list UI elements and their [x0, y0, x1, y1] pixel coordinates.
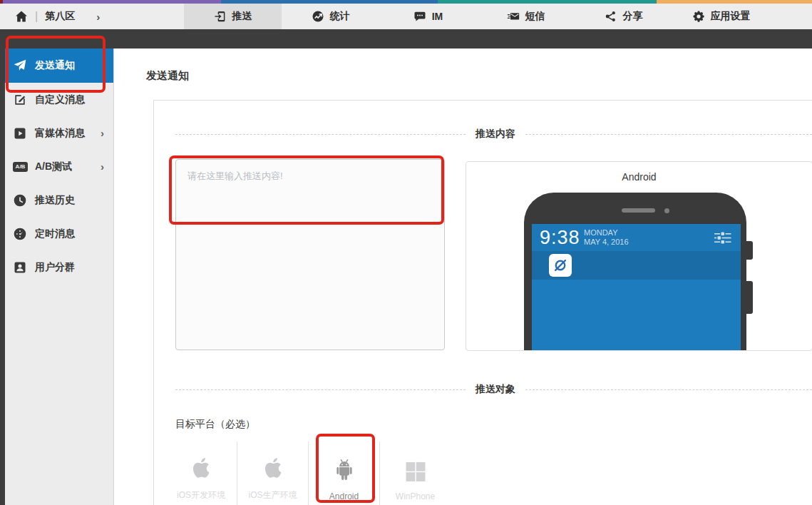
- nav-divider: |: [35, 10, 38, 23]
- divider-line: [175, 389, 466, 390]
- tab-label: 推送: [232, 10, 252, 23]
- history-icon: [13, 193, 27, 208]
- sidebar-item-label: 用户分群: [35, 261, 75, 274]
- sms-icon: [507, 10, 520, 23]
- push-icon: [214, 10, 227, 23]
- section-title: 推送内容: [476, 128, 515, 141]
- tab-sms[interactable]: 短信: [477, 4, 575, 29]
- clock-time: 9:38: [540, 227, 580, 249]
- platform-ios-prod[interactable]: iOS生产环境: [237, 442, 308, 505]
- left-edge-strip: [0, 29, 5, 505]
- clock-weekday: MONDAY: [584, 228, 617, 237]
- apple-icon: [261, 455, 285, 481]
- main-content: 发送通知 推送内容 Android 9:38: [115, 49, 812, 505]
- divider-line: [175, 134, 466, 135]
- app-selector[interactable]: | 第八区 ›: [0, 4, 184, 29]
- sidebar-item-label: 定时消息: [35, 228, 75, 240]
- nav-tabs: 推送 统计 IM 短信: [184, 4, 770, 29]
- tab-app-settings[interactable]: 应用设置: [672, 4, 770, 29]
- tab-share[interactable]: 分享: [575, 4, 672, 29]
- platform-selector: iOS开发环境 iOS生产环境 Android WinPhone: [165, 442, 451, 505]
- clock-date: MONDAY MAY 4, 2016: [584, 228, 629, 247]
- platform-label: iOS开发环境: [177, 489, 225, 501]
- stats-icon: [312, 10, 324, 23]
- page-title: 发送通知: [146, 69, 189, 83]
- notification-row: [532, 251, 741, 280]
- send-icon: [13, 58, 27, 73]
- edit-icon: [13, 93, 27, 107]
- windows-icon: [404, 459, 428, 483]
- platform-android[interactable]: Android: [308, 442, 379, 505]
- phone-screen: 9:38 MONDAY MAY 4, 2016: [532, 224, 741, 351]
- section-title: 推送对象: [476, 383, 515, 396]
- tab-im[interactable]: IM: [379, 4, 477, 29]
- sidebar-item-label: 自定义消息: [35, 93, 85, 106]
- home-icon[interactable]: [14, 9, 29, 24]
- chevron-right-icon: ›: [101, 127, 104, 139]
- section-divider-push-content: 推送内容: [175, 128, 812, 141]
- sliders-icon: [714, 232, 731, 247]
- sidebar-item-send-notification[interactable]: 发送通知: [5, 49, 113, 83]
- target-platform-label: 目标平台（必选）: [175, 418, 255, 431]
- platform-label: iOS生产环境: [248, 489, 297, 501]
- gear-icon: [692, 10, 705, 23]
- push-content-input[interactable]: [175, 159, 445, 350]
- tab-label: 统计: [330, 10, 350, 23]
- top-navbar: | 第八区 › 推送 统计 IM: [0, 4, 812, 29]
- phone-speaker: [622, 208, 655, 213]
- im-icon: [413, 10, 426, 23]
- sidebar-item-label: 富媒体消息: [35, 127, 85, 140]
- platform-ios-dev[interactable]: iOS开发环境: [165, 442, 237, 505]
- sidebar-item-label: 发送通知: [35, 59, 75, 72]
- android-preview-panel: Android 9:38 MONDAY MAY 4, 2016: [466, 161, 812, 351]
- rich-media-icon: [13, 126, 27, 141]
- phone-side-button: [746, 241, 753, 260]
- timer-icon: [13, 227, 27, 241]
- chevron-right-icon[interactable]: ›: [96, 11, 100, 22]
- sidebar-item-label: 推送历史: [35, 194, 75, 207]
- chevron-right-icon: ›: [101, 160, 104, 173]
- apple-icon: [189, 455, 213, 481]
- tab-label: IM: [432, 11, 443, 22]
- phone-statusbar: 9:38 MONDAY MAY 4, 2016: [532, 224, 741, 251]
- section-divider-push-target: 推送对象: [175, 383, 812, 396]
- android-icon: [333, 457, 356, 483]
- jpush-console: | 第八区 › 推送 统计 IM: [0, 0, 812, 505]
- tab-label: 分享: [623, 10, 643, 23]
- preview-device-label: Android: [466, 171, 812, 183]
- sidebar-item-user-segments[interactable]: 用户分群: [5, 250, 113, 284]
- divider-line: [525, 389, 812, 390]
- tab-label: 短信: [525, 10, 545, 23]
- sidebar-item-custom-message[interactable]: 自定义消息: [5, 83, 113, 116]
- share-icon: [605, 10, 617, 23]
- sidebar: 发送通知 自定义消息 富媒体消息 › A/B A/B测试 › 推送历史 定时消息…: [5, 49, 114, 505]
- divider-line: [525, 134, 812, 135]
- ab-test-icon: A/B: [13, 162, 28, 172]
- push-form-card: 推送内容 Android 9:38 MONDAY: [153, 100, 812, 505]
- phone-side-button: [746, 281, 753, 314]
- tab-stats[interactable]: 统计: [282, 4, 379, 29]
- phone-mockup: 9:38 MONDAY MAY 4, 2016: [524, 193, 746, 351]
- sidebar-item-rich-media[interactable]: 富媒体消息 ›: [5, 116, 113, 150]
- jpush-logo-icon: [553, 257, 568, 273]
- sidebar-item-label: A/B测试: [35, 160, 72, 173]
- tab-push[interactable]: 推送: [184, 4, 282, 29]
- current-app-name[interactable]: 第八区: [45, 10, 75, 23]
- platform-winphone[interactable]: WinPhone: [379, 442, 451, 505]
- jpush-app-icon: [549, 254, 572, 277]
- clock-day: MAY 4, 2016: [584, 238, 629, 246]
- platform-label: WinPhone: [396, 491, 435, 501]
- dark-header-bar: [0, 29, 812, 49]
- sidebar-item-scheduled-message[interactable]: 定时消息: [5, 217, 113, 250]
- platform-label: Android: [329, 491, 359, 501]
- users-icon: [13, 260, 27, 275]
- tab-label: 应用设置: [711, 10, 751, 23]
- sidebar-item-ab-test[interactable]: A/B A/B测试 ›: [5, 150, 113, 183]
- sidebar-item-push-history[interactable]: 推送历史: [5, 183, 113, 217]
- phone-camera: [664, 208, 669, 213]
